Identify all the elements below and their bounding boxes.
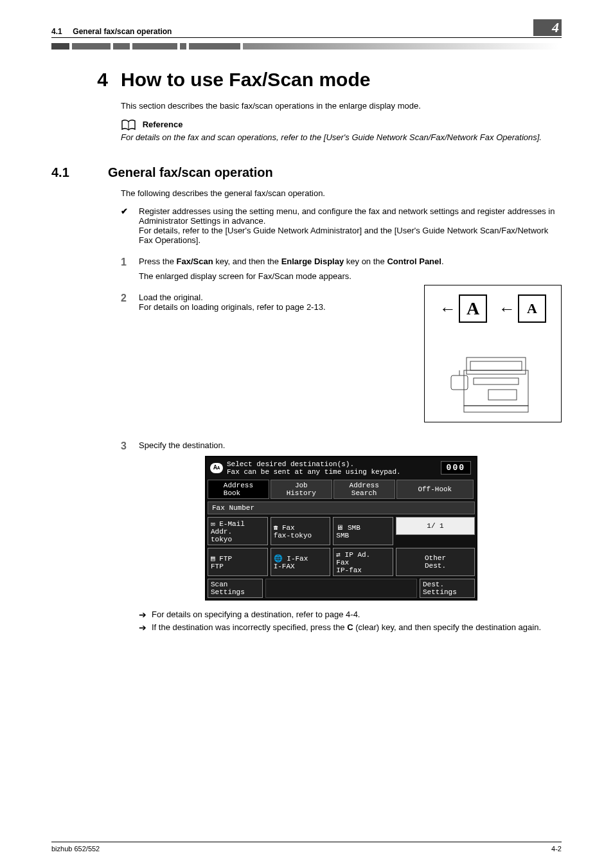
screen-msg-2: Fax can be sent at any time using keypad… — [227, 468, 441, 476]
svg-rect-6 — [474, 378, 519, 384]
ip-icon: ⇄ — [336, 551, 341, 559]
left-arrow-icon: ← — [440, 299, 456, 319]
server-icon: ▤ — [211, 555, 215, 563]
decorative-stripe — [51, 43, 562, 50]
enlarge-mode-icon: AA — [210, 463, 223, 473]
step3-bullet-2: If the destination was incorrectly speci… — [152, 622, 562, 633]
tab-job-history[interactable]: Job History — [271, 480, 332, 499]
svg-rect-7 — [488, 390, 517, 400]
tab-address-book[interactable]: Address Book — [208, 480, 269, 499]
section-4-1-title: 4.1 General fax/scan operation — [51, 165, 562, 180]
dest-fax-button[interactable]: ☎ Fax fax-tokyo — [271, 517, 331, 545]
step-1-text: Press the Fax/Scan key, and then the Enl… — [139, 257, 562, 266]
prereq-line-1: Register addresses using the setting men… — [139, 206, 562, 226]
header-section-title: General fax/scan operation — [73, 27, 172, 36]
phone-icon: ☎ — [274, 524, 278, 532]
chapter-title-text: How to use Fax/Scan mode — [121, 69, 370, 91]
chapter-title: 4 How to use Fax/Scan mode — [51, 69, 562, 91]
pc-icon: 🖥 — [336, 524, 343, 532]
reference-label: Reference — [143, 120, 183, 129]
svg-rect-2 — [470, 361, 522, 370]
section-title-text: General fax/scan operation — [108, 165, 273, 180]
page-footer: bizhub 652/552 4-2 — [51, 842, 562, 853]
step-2-number: 2 — [121, 293, 139, 312]
dest-ftp-button[interactable]: ▤ FTP FTP — [208, 548, 268, 576]
arrow-bullet-icon: ➔ — [139, 622, 152, 633]
dest-ifax-button[interactable]: 🌐 I-Fax I-FAX — [271, 548, 331, 576]
intro-text: This section describes the basic fax/sca… — [121, 101, 562, 111]
prereq-line-2: For details, refer to the [User's Guide … — [139, 226, 562, 245]
svg-rect-3 — [464, 406, 528, 412]
section-number: 4.1 — [51, 165, 108, 180]
check-mark-icon: ✔ — [121, 206, 139, 245]
globe-icon: 🌐 — [274, 555, 283, 563]
book-icon — [121, 120, 136, 131]
svg-rect-0 — [464, 370, 528, 406]
load-original-figure: ← A ← A — [424, 285, 562, 422]
other-dest-button[interactable]: Other Dest. — [396, 548, 475, 576]
running-header: 4.1 General fax/scan operation 4 — [51, 19, 562, 38]
dest-email-button[interactable]: ✉ E-Mail Addr. tokyo — [208, 517, 268, 545]
svg-rect-4 — [451, 375, 468, 390]
a-glyph-large: A — [459, 294, 487, 323]
left-arrow-icon: ← — [499, 299, 515, 319]
printer-illustration-icon — [445, 338, 541, 415]
step-1-number: 1 — [121, 257, 139, 281]
step-3-text: Specify the destination. — [139, 440, 562, 450]
dest-ipfax-button[interactable]: ⇄ IP Ad. Fax IP-fax — [333, 548, 393, 576]
step-2-line-1: Load the original. — [139, 293, 411, 302]
step-3-number: 3 — [121, 440, 139, 452]
arrow-bullet-icon: ➔ — [139, 610, 152, 620]
section-lead: The following describes the general fax/… — [121, 188, 562, 198]
mail-icon: ✉ — [211, 520, 215, 528]
page-indicator: 1/ 1 — [396, 517, 475, 535]
chapter-number: 4 — [51, 69, 121, 91]
step-2-line-2: For details on loading originals, refer … — [139, 302, 411, 312]
footer-model: bizhub 652/552 — [51, 845, 100, 853]
svg-rect-1 — [466, 357, 526, 374]
dest-smb-button[interactable]: 🖥 SMB SMB — [333, 517, 393, 545]
header-section-number: 4.1 — [51, 27, 62, 36]
device-screen-panel: AA Select desired destination(s). Fax ca… — [205, 456, 477, 601]
chapter-badge: 4 — [533, 19, 562, 36]
tab-address-search[interactable]: Address Search — [333, 480, 395, 499]
counter-badge: 000 — [441, 461, 471, 475]
scan-settings-button[interactable]: Scan Settings — [208, 579, 263, 598]
step3-bullet-1: For details on specifying a destination,… — [152, 610, 562, 620]
a-glyph-small: A — [518, 294, 546, 323]
fax-number-bar: Fax Number — [208, 502, 475, 514]
dest-settings-button[interactable]: Dest. Settings — [420, 579, 475, 598]
off-hook-button[interactable]: Off-Hook — [396, 480, 474, 499]
reference-text: For details on the fax and scan operatio… — [121, 132, 562, 142]
screen-msg-1: Select desired destination(s). — [227, 460, 441, 468]
footer-page-number: 4-2 — [551, 845, 562, 853]
step-1-note: The enlarged display screen for Fax/Scan… — [139, 271, 562, 281]
